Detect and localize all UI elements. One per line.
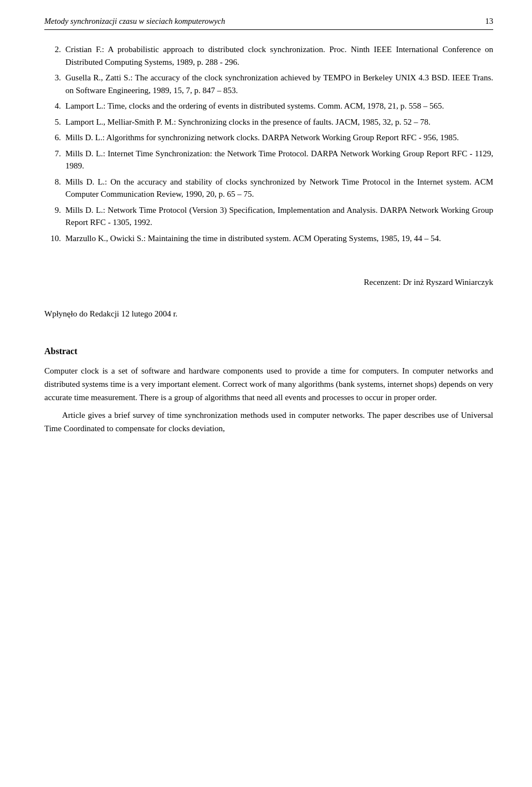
reviewer-line: Recenzent: Dr inż Ryszard Winiarczyk [44, 278, 493, 287]
ref-number-9: 9. [44, 204, 65, 229]
ref-text-3: Gusella R., Zatti S.: The accuracy of th… [65, 71, 493, 96]
reference-item-2: 2. Cristian F.: A probabilistic approach… [44, 43, 493, 68]
ref-text-5: Lamport L., Melliar-Smith P. M.: Synchro… [65, 116, 493, 129]
ref-number-10: 10. [44, 232, 65, 245]
reference-item-7: 7. Mills D. L.: Internet Time Synchroniz… [44, 147, 493, 172]
ref-text-9: Mills D. L.: Network Time Protocol (Vers… [65, 204, 493, 229]
reference-item-8: 8. Mills D. L.: On the accuracy and stab… [44, 176, 493, 201]
reference-item-6: 6. Mills D. L.: Algorithms for synchroni… [44, 131, 493, 144]
ref-text-8: Mills D. L.: On the accuracy and stabili… [65, 176, 493, 201]
header-title: Metody synchronizacji czasu w sieciach k… [44, 17, 225, 26]
ref-number-7: 7. [44, 147, 65, 172]
abstract-paragraph-1: Computer clock is a set of software and … [44, 364, 493, 404]
references-section: 2. Cristian F.: A probabilistic approach… [44, 43, 493, 244]
reference-item-10: 10. Marzullo K., Owicki S.: Maintaining … [44, 232, 493, 245]
reference-item-3: 3. Gusella R., Zatti S.: The accuracy of… [44, 71, 493, 96]
received-text: Wpłynęło do Redakcji 12 lutego 2004 r. [44, 309, 177, 318]
ref-number-8: 8. [44, 176, 65, 201]
ref-text-4: Lamport L.: Time, clocks and the orderin… [65, 100, 493, 113]
page-header: Metody synchronizacji czasu w sieciach k… [44, 17, 493, 30]
ref-number-6: 6. [44, 131, 65, 144]
reference-item-9: 9. Mills D. L.: Network Time Protocol (V… [44, 204, 493, 229]
ref-text-2: Cristian F.: A probabilistic approach to… [65, 43, 493, 68]
ref-number-5: 5. [44, 116, 65, 129]
header-page-number: 13 [485, 17, 494, 26]
ref-text-10: Marzullo K., Owicki S.: Maintaining the … [65, 232, 493, 245]
ref-number-3: 3. [44, 71, 65, 96]
received-line: Wpłynęło do Redakcji 12 lutego 2004 r. [44, 309, 493, 319]
reference-item-4: 4. Lamport L.: Time, clocks and the orde… [44, 100, 493, 113]
abstract-section: Abstract Computer clock is a set of soft… [44, 346, 493, 435]
ref-number-2: 2. [44, 43, 65, 68]
ref-text-7: Mills D. L.: Internet Time Synchronizati… [65, 147, 493, 172]
reference-item-5: 5. Lamport L., Melliar-Smith P. M.: Sync… [44, 116, 493, 129]
reviewer-text: Recenzent: Dr inż Ryszard Winiarczyk [364, 278, 493, 287]
ref-number-4: 4. [44, 100, 65, 113]
abstract-title: Abstract [44, 346, 493, 356]
page: Metody synchronizacji czasu w sieciach k… [0, 0, 532, 787]
ref-text-6: Mills D. L.: Algorithms for synchronizin… [65, 131, 493, 144]
abstract-paragraph-2: Article gives a brief survey of time syn… [44, 408, 493, 435]
